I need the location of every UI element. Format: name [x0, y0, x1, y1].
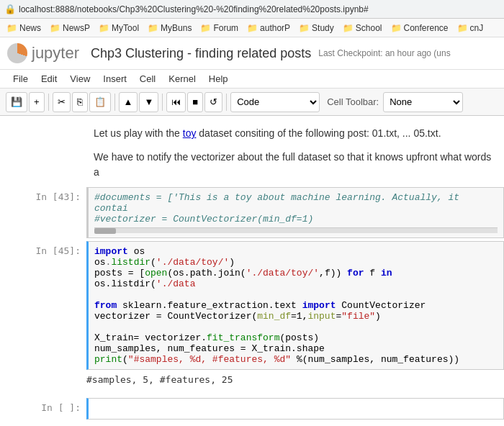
scroll-thumb[interactable]: [94, 228, 116, 234]
toolbar: 💾 + ✂ ⎘ 📋 ▲ ▼ ⏮ ■ ↺ Code Markdown Raw NB…: [0, 89, 504, 116]
move-up-button[interactable]: ▲: [119, 92, 138, 112]
cell-45-scroll[interactable]: import os os.listdir('./data/toy/') post…: [94, 246, 498, 365]
bookmark-label: Conference: [404, 23, 449, 33]
cell-type-select[interactable]: Code Markdown Raw NBConvert: [230, 92, 320, 112]
menu-help[interactable]: Help: [203, 71, 234, 86]
bookmarks-bar: 📁 News 📁 NewsP 📁 MyTool 📁 MyBuns 📁 Forum…: [0, 19, 504, 37]
text-cell-2: We have to notify the vectorizer about t…: [0, 147, 504, 183]
lock-icon: 🔒: [4, 4, 16, 14]
bookmark-label: Study: [312, 23, 334, 33]
empty-cell-body[interactable]: [86, 398, 504, 420]
stop-button[interactable]: ■: [187, 92, 203, 112]
menu-cell[interactable]: Cell: [134, 71, 161, 86]
empty-cell-container: In [ ]:: [0, 396, 504, 421]
separator: [48, 94, 49, 111]
bookmark-label: News: [19, 23, 41, 33]
separator: [162, 94, 163, 111]
folder-icon: 📁: [6, 23, 17, 33]
text-highlight-toy: toy: [183, 127, 197, 139]
bookmark-authorp[interactable]: 📁 authorP: [243, 22, 294, 35]
cell-45-output: #samples, 5, #features, 25: [0, 371, 504, 388]
cell-45-line-9: num_samples, num_features = X_train.shap…: [94, 343, 498, 354]
folder-icon: 📁: [457, 23, 468, 33]
notebook-title[interactable]: Chp3 Clustering - finding related posts: [91, 46, 311, 61]
bookmark-label: authorP: [260, 23, 290, 33]
text-plain-1: Let us play with the: [94, 127, 183, 139]
cell-45-line-3: posts = [open(os.path.join('./data/toy/'…: [94, 268, 498, 289]
text-content-2: We have to notify the vectorizer about t…: [94, 151, 491, 178]
menu-edit[interactable]: Edit: [35, 71, 63, 86]
bookmark-label: School: [356, 23, 382, 33]
jupyter-spinner-icon: [7, 43, 27, 63]
cell-43-container: In [43]: #documents = ['This is a toy ab…: [0, 186, 504, 240]
output-45-body: #samples, 5, #features, 25: [86, 371, 233, 388]
copy-button[interactable]: ⎘: [72, 92, 88, 112]
checkpoint-info: Last Checkpoint: an hour ago (uns: [318, 48, 450, 58]
cell-43-line-1: #documents = ['This is a toy about machi…: [94, 192, 498, 214]
save-button[interactable]: 💾: [6, 92, 27, 112]
menu-file[interactable]: File: [7, 71, 34, 86]
separator: [114, 94, 115, 111]
empty-cell-prompt: In [ ]:: [0, 398, 86, 417]
text-cell-1: Let us play with the toy dataset consiti…: [0, 123, 504, 144]
bookmark-label: MyBuns: [161, 23, 192, 33]
folder-icon: 📁: [299, 23, 310, 33]
bookmark-mybuns[interactable]: 📁 MyBuns: [144, 22, 195, 35]
cell-45-line-8: X_train= vectorizer.fit_transform(posts): [94, 332, 498, 343]
menu-kernel[interactable]: Kernel: [163, 71, 202, 86]
cell-toolbar-select[interactable]: None Edit Metadata: [383, 92, 463, 112]
cell-43-prompt: In [43]:: [0, 187, 86, 207]
cell-43-body[interactable]: #documents = ['This is a toy about machi…: [86, 187, 504, 238]
cell-45-line-6: vectorizer = CountVectorizer(min_df=1,in…: [94, 311, 498, 322]
folder-icon: 📁: [247, 23, 258, 33]
cell-43-line-2: #vectorizer = CountVectorizer(min_df=1): [94, 214, 498, 225]
menu-insert[interactable]: Insert: [97, 71, 132, 86]
cell-45-prompt: In [45]:: [0, 241, 86, 260]
menu-bar: File Edit View Insert Cell Kernel Help: [0, 70, 504, 89]
folder-icon: 📁: [343, 23, 354, 33]
bookmark-label: Forum: [213, 23, 238, 33]
cut-button[interactable]: ✂: [53, 92, 71, 112]
cell-toolbar-label: Cell Toolbar:: [327, 96, 379, 107]
bookmark-label: cnJ: [470, 23, 484, 33]
bookmark-mytool[interactable]: 📁 MyTool: [95, 22, 143, 35]
folder-icon: 📁: [50, 23, 60, 33]
bookmark-label: NewsP: [63, 23, 90, 33]
jupyter-header: jupyter Chp3 Clustering - finding relate…: [0, 37, 504, 70]
cell-45-line-1: import os: [94, 246, 498, 257]
fast-back-button[interactable]: ⏮: [166, 92, 186, 112]
bookmark-cnj[interactable]: 📁 cnJ: [454, 22, 487, 35]
cell-45-line-10: print("#samples, %d, #features, %d" %(nu…: [94, 354, 498, 365]
move-down-button[interactable]: ▼: [139, 92, 158, 112]
cell-45-line-5: from sklearn.feature_extraction.text imp…: [94, 300, 498, 311]
jupyter-logo-text: jupyter: [32, 44, 79, 63]
bookmark-forum[interactable]: 📁 Forum: [197, 22, 242, 35]
bookmark-study[interactable]: 📁 Study: [295, 22, 338, 35]
folder-icon: 📁: [99, 23, 109, 33]
address-bar: 🔒 localhost:8888/notebooks/Chp3%20Cluste…: [0, 0, 504, 19]
spacer: [0, 388, 504, 396]
bookmark-news[interactable]: 📁 News: [3, 22, 45, 35]
cell-45-body[interactable]: import os os.listdir('./data/toy/') post…: [86, 241, 504, 370]
cell-45-line-4: [94, 289, 498, 300]
restart-button[interactable]: ↺: [204, 92, 222, 112]
url-text: localhost:8888/notebooks/Chp3%20Clusteri…: [19, 4, 369, 14]
cell-45-line-7: [94, 322, 498, 332]
bookmark-school[interactable]: 📁 School: [339, 22, 386, 35]
horizontal-scrollbar[interactable]: [94, 227, 498, 233]
paste-button[interactable]: 📋: [89, 92, 111, 112]
jupyter-logo: jupyter: [7, 43, 79, 63]
cell-45-container: In [45]: import os os.listdir('./data/to…: [0, 240, 504, 371]
cell-43-scroll[interactable]: #documents = ['This is a toy about machi…: [94, 192, 498, 225]
bookmark-newsp[interactable]: 📁 NewsP: [46, 22, 94, 35]
folder-icon: 📁: [391, 23, 402, 33]
folder-icon: 📁: [148, 23, 158, 33]
add-cell-button[interactable]: +: [29, 92, 45, 112]
menu-view[interactable]: View: [64, 71, 96, 86]
bookmark-label: MyTool: [112, 23, 139, 33]
bookmark-conference[interactable]: 📁 Conference: [387, 22, 452, 35]
notebook-content: Let us play with the toy dataset consiti…: [0, 116, 504, 426]
cell-45-line-2: os.listdir('./data/toy/'): [94, 257, 498, 268]
text-plain-2: dataset consiting of the following post:…: [196, 127, 441, 139]
folder-icon: 📁: [200, 23, 211, 33]
